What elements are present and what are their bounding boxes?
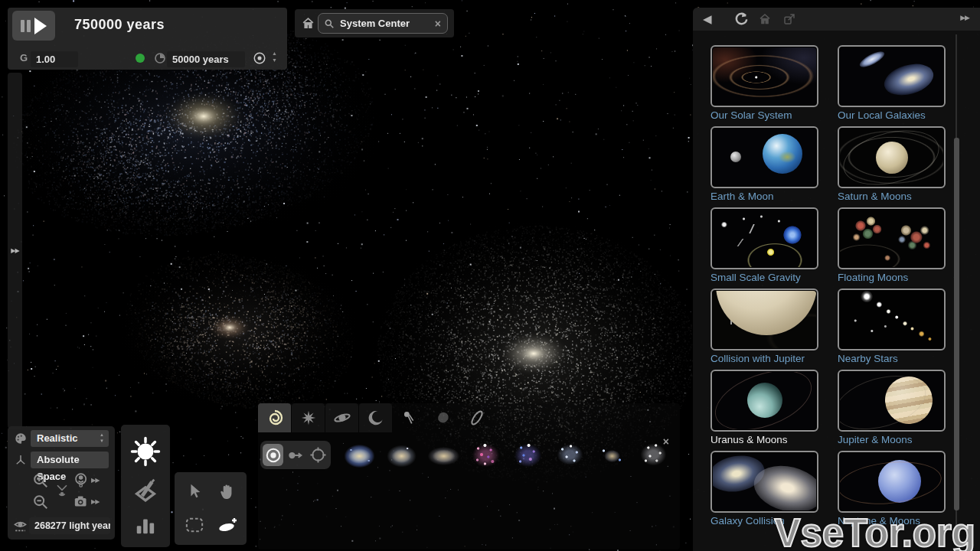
follow-ff-icon: ▶▶ xyxy=(91,477,99,484)
status-indicator xyxy=(136,54,145,63)
light-mode-icon[interactable] xyxy=(129,435,162,468)
sim-item-nearby-stars[interactable]: Nearby Stars xyxy=(838,289,947,364)
time-control-panel: 750000 years G 1.00 50000 years ▲ ▼ xyxy=(8,8,287,70)
place-velocity-icon[interactable] xyxy=(285,444,305,466)
jupiter-moons-thumbnail xyxy=(840,372,943,429)
collapse-panel-icon[interactable]: ▶▶ xyxy=(960,14,969,21)
local-galaxies-thumbnail xyxy=(840,47,943,105)
search-query: System Center xyxy=(340,18,435,29)
follow-object-button[interactable]: ▶▶ xyxy=(74,472,99,488)
select-tool-icon[interactable] xyxy=(186,483,203,500)
sim-item-label: Floating Moons xyxy=(838,272,947,283)
galaxy-preset-strip xyxy=(338,437,675,475)
browser-home-icon[interactable] xyxy=(759,13,771,25)
galaxy-preset-6[interactable] xyxy=(549,437,591,475)
sim-item-our-solar-system[interactable]: Our Solar System xyxy=(710,45,820,121)
expand-icon: ▶▶ xyxy=(11,247,18,254)
step-down-icon[interactable]: ▼ xyxy=(272,57,277,64)
tab-comet[interactable] xyxy=(393,403,426,432)
spawn-panel: × xyxy=(258,403,680,549)
uranus-moons-thumbnail xyxy=(713,372,816,429)
tool-panel xyxy=(175,472,247,545)
search-input[interactable]: System Center × xyxy=(318,13,448,34)
view-scale-value[interactable]: 268277 light years xyxy=(29,517,110,534)
zoom-out-icon[interactable] xyxy=(32,494,49,510)
sim-item-label: Earth & Moon xyxy=(710,191,820,202)
browser-toolbar: ◀ ▶▶ xyxy=(693,8,980,31)
gravity-input[interactable]: 1.00 xyxy=(31,51,78,67)
space-mode-icon xyxy=(14,453,28,467)
solar-system-thumbnail xyxy=(713,47,816,105)
galaxy-preset-8[interactable] xyxy=(633,437,675,475)
galaxy-collision-thumbnail xyxy=(713,453,816,510)
home-icon[interactable] xyxy=(302,17,315,30)
galaxy-preset-7[interactable] xyxy=(591,437,633,475)
tab-star[interactable] xyxy=(292,403,325,432)
place-target-icon[interactable] xyxy=(308,444,328,466)
render-mode-dropdown[interactable]: Realistic ▲▼ xyxy=(31,430,109,447)
watermark: VseTor.org xyxy=(774,510,975,551)
tab-asteroid[interactable] xyxy=(426,403,459,432)
galaxy-preset-2[interactable] xyxy=(381,437,423,475)
tab-galaxy[interactable] xyxy=(258,403,291,432)
neptune-moons-thumbnail xyxy=(840,453,943,510)
galaxy-preset-4[interactable] xyxy=(465,437,507,475)
view-settings-panel: Realistic ▲▼ Absolute Space ▶▶ ▶▶ 2682 xyxy=(8,426,115,540)
sim-item-label: Nearby Stars xyxy=(838,353,947,364)
placement-mode-group xyxy=(260,441,331,469)
timestep-icon xyxy=(154,52,166,64)
step-up-icon[interactable]: ▲ xyxy=(272,50,277,57)
zoom-in-icon[interactable] xyxy=(32,472,49,489)
sim-item-label: Small Scale Gravity xyxy=(710,272,820,283)
sim-item-uranus-moons[interactable]: Uranus & Moons xyxy=(710,370,820,445)
tab-planet[interactable] xyxy=(325,403,358,432)
field-of-view-icon[interactable] xyxy=(55,483,69,498)
chart-mode-icon[interactable] xyxy=(134,514,157,536)
galaxy-preset-1[interactable] xyxy=(338,437,381,475)
sim-item-earth-moon[interactable]: Earth & Moon xyxy=(710,126,820,202)
pan-tool-icon[interactable] xyxy=(218,483,236,500)
sim-item-our-local-galaxies[interactable]: Our Local Galaxies xyxy=(838,45,947,121)
space-mode-button[interactable]: Absolute Space xyxy=(31,452,109,468)
sim-item-small-scale-gravity[interactable]: Small Scale Gravity xyxy=(710,207,820,283)
galaxy-preset-5[interactable] xyxy=(507,437,549,475)
search-panel: System Center × xyxy=(295,9,454,37)
gravity-label: G xyxy=(20,52,28,64)
simulation-time-label: 750000 years xyxy=(74,17,165,33)
collision-jupiter-thumbnail xyxy=(713,291,816,348)
nearby-stars-thumbnail xyxy=(840,291,943,348)
camera-chase-button[interactable]: ▶▶ xyxy=(74,494,99,508)
view-scale-icon xyxy=(13,519,28,533)
box-select-tool-icon[interactable] xyxy=(185,517,204,533)
dropdown-arrows-icon: ▲▼ xyxy=(100,432,104,444)
spawn-tabs xyxy=(258,403,493,432)
auto-timestep-icon[interactable] xyxy=(253,51,266,65)
add-object-tool-icon[interactable] xyxy=(216,515,239,535)
galaxy-preset-3[interactable] xyxy=(423,437,465,475)
edit-mode-icon[interactable] xyxy=(132,478,158,504)
back-icon[interactable]: ◀ xyxy=(703,12,712,26)
render-mode-value: Realistic xyxy=(37,432,77,444)
sim-item-jupiter-moons[interactable]: Jupiter & Moons xyxy=(838,370,947,445)
clear-search-icon[interactable]: × xyxy=(435,18,441,30)
tab-ring[interactable] xyxy=(460,403,493,432)
timestep-input[interactable]: 50000 years xyxy=(167,51,245,67)
play-pause-button[interactable] xyxy=(12,11,55,41)
sim-item-floating-moons[interactable]: Floating Moons xyxy=(838,207,947,283)
timestep-stepper[interactable]: ▲ ▼ xyxy=(272,50,277,64)
sim-item-collision-with-jupiter[interactable]: Collision with Jupiter xyxy=(710,289,820,364)
sim-item-saturn-moons[interactable]: Saturn & Moons xyxy=(838,126,947,202)
sim-item-label: Our Local Galaxies xyxy=(838,109,947,121)
display-mode-panel xyxy=(121,425,170,547)
sim-item-label: Jupiter & Moons xyxy=(838,434,947,445)
side-panel-handle[interactable]: ▶▶ xyxy=(8,73,22,429)
sim-item-label: Collision with Jupiter xyxy=(710,353,820,364)
scrollbar-thumb[interactable] xyxy=(954,138,959,510)
play-icon xyxy=(34,18,47,34)
open-external-icon[interactable] xyxy=(783,13,795,25)
tab-moon[interactable] xyxy=(359,403,392,432)
pause-icon xyxy=(21,20,31,32)
place-orbit-icon[interactable] xyxy=(263,444,283,466)
refresh-icon[interactable] xyxy=(734,11,749,26)
sim-item-label: Uranus & Moons xyxy=(710,434,820,445)
